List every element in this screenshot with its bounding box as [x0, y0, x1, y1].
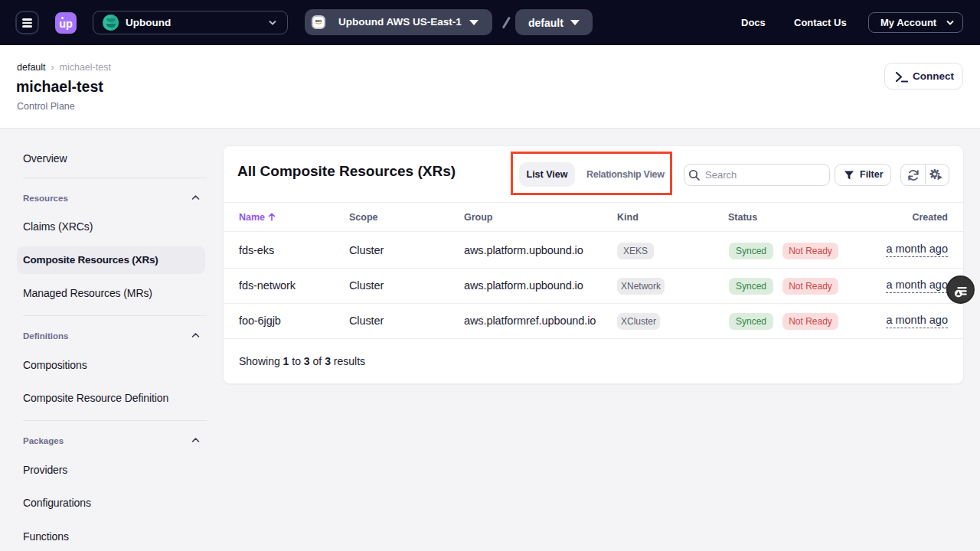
svg-text:aws: aws — [315, 19, 322, 23]
